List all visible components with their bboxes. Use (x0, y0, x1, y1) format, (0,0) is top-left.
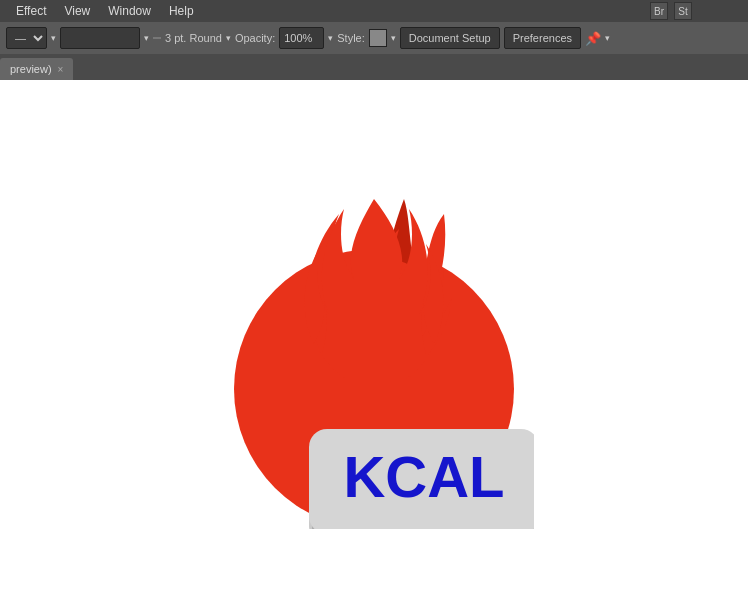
stroke-color-input[interactable] (60, 27, 140, 49)
kcal-icon: KCAL (214, 149, 534, 529)
color-arrow[interactable]: ▾ (144, 33, 149, 43)
preview-tab[interactable]: preview) × (0, 58, 73, 80)
style-arrow[interactable]: ▾ (391, 33, 396, 43)
menu-help[interactable]: Help (161, 2, 202, 20)
opacity-arrow[interactable]: ▾ (328, 33, 333, 43)
document-setup-button[interactable]: Document Setup (400, 27, 500, 49)
stroke-type-select[interactable]: — (6, 27, 47, 49)
opacity-label: Opacity: (235, 32, 275, 44)
bridge-icon[interactable]: Br (650, 2, 668, 20)
menu-view[interactable]: View (56, 2, 98, 20)
app-window: Effect View Window Help Br St — ▾ ▾ 3 pt… (0, 0, 748, 598)
stroke-size-arrow[interactable]: ▾ (226, 33, 231, 43)
tab-bar: preview) × (0, 54, 748, 80)
grid-icon[interactable] (698, 2, 716, 20)
menu-window[interactable]: Window (100, 2, 159, 20)
svg-text:KCAL: KCAL (343, 444, 504, 509)
preferences-button[interactable]: Preferences (504, 27, 581, 49)
stock-icon[interactable]: St (674, 2, 692, 20)
stroke-size-label: 3 pt. Round (165, 32, 222, 44)
pin-icon[interactable]: 📌 (585, 31, 601, 46)
toolbar: — ▾ ▾ 3 pt. Round ▾ Opacity: ▾ Style: ▾ … (0, 22, 748, 54)
tab-close-button[interactable]: × (58, 64, 64, 75)
opacity-input[interactable] (279, 27, 324, 49)
style-swatch[interactable] (369, 29, 387, 47)
menu-effect[interactable]: Effect (8, 2, 54, 20)
stroke-type-arrow[interactable]: ▾ (51, 33, 56, 43)
menu-app-icons: Br St (650, 2, 740, 20)
tab-label: preview) (10, 63, 52, 75)
style-label: Style: (337, 32, 365, 44)
dot-separator (153, 37, 161, 39)
target-icon[interactable] (722, 2, 740, 20)
toolbar-arrow[interactable]: ▾ (605, 33, 610, 43)
canvas-area: KCAL (0, 80, 748, 598)
menu-bar: Effect View Window Help Br St (0, 0, 748, 22)
